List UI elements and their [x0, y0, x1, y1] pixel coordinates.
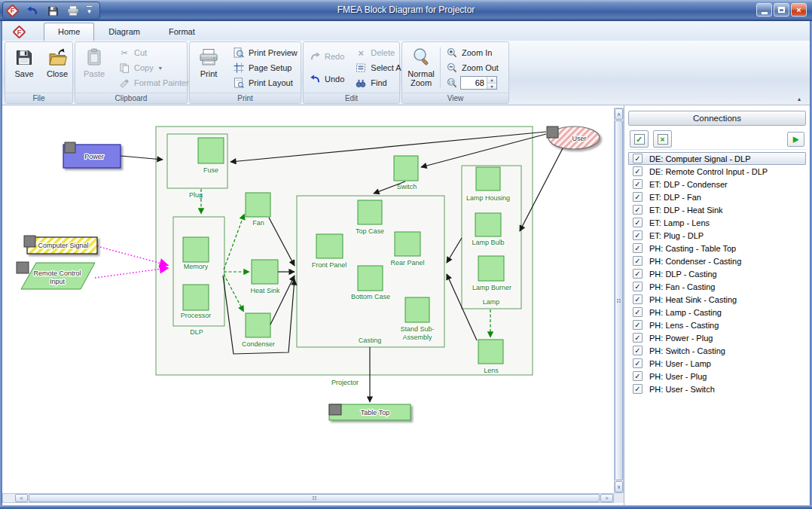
connection-checkbox[interactable]: ✓: [633, 346, 643, 355]
scroll-right-button[interactable]: >: [600, 494, 613, 502]
connection-checkbox[interactable]: ✓: [633, 154, 643, 163]
switch-block[interactable]: [394, 156, 418, 181]
bottom-case-block[interactable]: [358, 266, 383, 291]
select-all-button[interactable]: Select All: [352, 60, 408, 75]
titlebar[interactable]: F ▾ FMEA Block Diagram for Projector ×: [0, 0, 812, 21]
connection-checkbox[interactable]: ✓: [633, 294, 643, 304]
print-button[interactable]: Print: [192, 44, 225, 78]
print-layout-button[interactable]: Print Layout: [230, 75, 301, 90]
connection-checkbox[interactable]: ✓: [633, 384, 643, 394]
zoom-level-input[interactable]: [461, 77, 487, 89]
canvas-vertical-scrollbar[interactable]: ∧ ∨: [614, 108, 624, 493]
fmea-block-diagram[interactable]: Projector Fuse Plug Memory Processor DLP…: [2, 108, 614, 493]
scroll-down-button[interactable]: ∨: [615, 481, 623, 492]
connection-item[interactable]: ✓ PH: Power - Plug: [628, 331, 806, 344]
check-all-button[interactable]: ✓: [630, 130, 649, 148]
zoom-spin-down-icon[interactable]: ▾: [487, 83, 496, 90]
connection-item[interactable]: ✓ PH: User - Switch: [628, 383, 806, 395]
connection-item[interactable]: ✓ PH: User - Lamp: [628, 357, 806, 370]
minimize-button[interactable]: [756, 3, 772, 17]
lamp-bulb-block[interactable]: [475, 213, 501, 236]
table-top-node[interactable]: Table Top: [329, 404, 411, 420]
handle-square[interactable]: [329, 404, 341, 415]
connection-item[interactable]: ✓ PH: Casting - Table Top: [628, 242, 806, 254]
close-file-button[interactable]: Close: [41, 44, 74, 78]
connection-checkbox[interactable]: ✓: [633, 179, 643, 189]
zoom-out-button[interactable]: Zoom Out: [443, 60, 502, 75]
connection-checkbox[interactable]: ✓: [633, 307, 643, 317]
condenser-block[interactable]: [246, 313, 270, 337]
normal-zoom-button[interactable]: NormalZoom: [404, 44, 438, 87]
connection-checkbox[interactable]: ✓: [633, 333, 643, 343]
connection-item[interactable]: ✓ ET: Lamp - Lens: [628, 216, 806, 229]
connection-item[interactable]: ✓ PH: Heat Sink - Casting: [628, 293, 806, 306]
horizontal-scroll-thumb[interactable]: [29, 494, 600, 502]
connection-checkbox[interactable]: ✓: [633, 320, 643, 330]
connection-checkbox[interactable]: ✓: [633, 282, 643, 291]
memory-block[interactable]: [183, 237, 209, 262]
connection-item[interactable]: ✓ PH: Switch - Casting: [628, 344, 806, 357]
connection-checkbox[interactable]: ✓: [633, 269, 643, 279]
format-painter-button[interactable]: Format Painter: [115, 75, 192, 90]
connection-checkbox[interactable]: ✓: [633, 371, 643, 381]
connection-checkbox[interactable]: ✓: [633, 230, 643, 240]
front-panel-block[interactable]: [316, 234, 343, 258]
save-button[interactable]: Save: [8, 44, 41, 78]
connection-item[interactable]: ✓ PH: Lens - Casting: [628, 319, 806, 331]
connection-item[interactable]: ✓ ET: Plug - DLP: [628, 229, 806, 242]
connection-checkbox[interactable]: ✓: [633, 243, 643, 253]
uncheck-all-button[interactable]: ×: [653, 130, 672, 148]
fuse-block[interactable]: [198, 138, 224, 163]
heat-sink-block[interactable]: [252, 260, 278, 284]
delete-button[interactable]: × Delete: [352, 45, 408, 60]
connection-checkbox[interactable]: ✓: [633, 358, 643, 368]
fan-block[interactable]: [246, 193, 270, 217]
maximize-button[interactable]: [774, 3, 789, 17]
connection-item[interactable]: ✓ ET: DLP - Fan: [628, 190, 806, 203]
print-preview-button[interactable]: Print Preview: [230, 45, 301, 60]
vertical-scroll-thumb[interactable]: [615, 120, 623, 480]
handle-square[interactable]: [24, 236, 35, 247]
handle-square[interactable]: [17, 262, 29, 273]
copy-button[interactable]: Copy ▾: [115, 60, 192, 75]
file-menu-button[interactable]: F: [13, 26, 26, 38]
find-button[interactable]: Find: [352, 75, 408, 90]
paste-button[interactable]: Paste: [78, 44, 111, 78]
connection-item[interactable]: ✓ PH: User - Plug: [628, 370, 806, 383]
connection-checkbox[interactable]: ✓: [633, 218, 643, 227]
connection-checkbox[interactable]: ✓: [633, 205, 643, 215]
stand-sub-assembly-block[interactable]: [405, 297, 429, 322]
computer-signal-node[interactable]: Computer Signal: [24, 236, 97, 254]
power-node[interactable]: Power: [63, 142, 121, 168]
page-setup-button[interactable]: Page Setup: [230, 60, 301, 75]
connection-item[interactable]: ✓ ET: DLP - Heat Sink: [628, 203, 806, 216]
canvas-horizontal-scrollbar[interactable]: < >: [2, 493, 614, 503]
user-node[interactable]: User: [547, 126, 600, 149]
lamp-housing-block[interactable]: [476, 167, 500, 190]
undo-button[interactable]: Undo: [306, 72, 347, 87]
connection-checkbox[interactable]: ✓: [633, 192, 643, 202]
lens-block[interactable]: [478, 340, 503, 364]
connection-checkbox[interactable]: ✓: [633, 256, 643, 266]
connection-item[interactable]: ✓ DE: Computer Signal - DLP: [628, 152, 806, 165]
tab-diagram[interactable]: Diagram: [94, 23, 154, 41]
processor-block[interactable]: [183, 285, 209, 310]
rear-panel-block[interactable]: [395, 232, 420, 256]
lamp-burner-block[interactable]: [478, 256, 504, 281]
connection-item[interactable]: ✓ PH: DLP - Casting: [628, 267, 806, 280]
tab-format[interactable]: Format: [154, 23, 209, 41]
zoom-spin-up-icon[interactable]: ▴: [487, 77, 496, 83]
connection-item[interactable]: ✓ DE: Remote Control Input - DLP: [628, 165, 806, 178]
window-close-button[interactable]: ×: [791, 3, 807, 17]
apply-connections-button[interactable]: ▶: [787, 132, 804, 147]
connection-checkbox[interactable]: ✓: [633, 166, 643, 176]
ribbon-collapse-icon[interactable]: ▴: [798, 96, 801, 102]
cut-button[interactable]: ✂ Cut: [115, 45, 192, 60]
tab-home[interactable]: Home: [44, 23, 94, 41]
connection-item[interactable]: ✓ ET: DLP - Condenser: [628, 178, 806, 190]
diagram-canvas[interactable]: Projector Fuse Plug Memory Processor DLP…: [2, 105, 614, 503]
handle-square[interactable]: [547, 126, 558, 138]
redo-button[interactable]: Redo: [306, 49, 347, 64]
handle-square[interactable]: [65, 142, 75, 153]
connection-item[interactable]: ✓ PH: Condenser - Casting: [628, 254, 806, 267]
